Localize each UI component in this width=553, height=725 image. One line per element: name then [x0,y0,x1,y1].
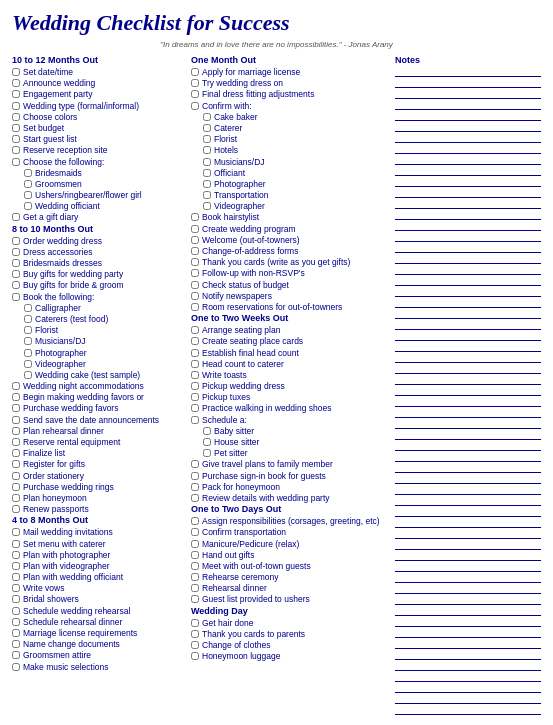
checklist-checkbox[interactable] [203,427,211,435]
checklist-checkbox[interactable] [12,629,20,637]
checklist-checkbox[interactable] [12,651,20,659]
checklist-checkbox[interactable] [191,494,199,502]
checklist-checkbox[interactable] [12,528,20,536]
checklist-checkbox[interactable] [191,258,199,266]
checklist-checkbox[interactable] [12,248,20,256]
checklist-checkbox[interactable] [191,90,199,98]
checklist-checkbox[interactable] [12,460,20,468]
checklist-checkbox[interactable] [203,158,211,166]
checklist-checkbox[interactable] [12,213,20,221]
checklist-checkbox[interactable] [12,259,20,267]
checklist-checkbox[interactable] [12,607,20,615]
checklist-checkbox[interactable] [191,326,199,334]
checklist-checkbox[interactable] [24,360,32,368]
checklist-checkbox[interactable] [203,191,211,199]
checklist-checkbox[interactable] [12,449,20,457]
checklist-checkbox[interactable] [191,269,199,277]
checklist-checkbox[interactable] [12,562,20,570]
checklist-checkbox[interactable] [12,494,20,502]
checklist-checkbox[interactable] [12,584,20,592]
checklist-checkbox[interactable] [12,483,20,491]
checklist-checkbox[interactable] [191,292,199,300]
checklist-checkbox[interactable] [191,483,199,491]
checklist-checkbox[interactable] [191,349,199,357]
checklist-checkbox[interactable] [203,169,211,177]
checklist-checkbox[interactable] [191,584,199,592]
checklist-checkbox[interactable] [12,158,20,166]
checklist-checkbox[interactable] [191,619,199,627]
checklist-checkbox[interactable] [191,595,199,603]
checklist-checkbox[interactable] [191,641,199,649]
checklist-checkbox[interactable] [12,90,20,98]
checklist-checkbox[interactable] [12,505,20,513]
checklist-checkbox[interactable] [12,270,20,278]
checklist-checkbox[interactable] [191,630,199,638]
checklist-checkbox[interactable] [24,304,32,312]
checklist-checkbox[interactable] [12,540,20,548]
checklist-checkbox[interactable] [191,460,199,468]
checklist-checkbox[interactable] [12,438,20,446]
checklist-checkbox[interactable] [12,404,20,412]
checklist-checkbox[interactable] [24,169,32,177]
checklist-checkbox[interactable] [12,393,20,401]
checklist-checkbox[interactable] [191,404,199,412]
checklist-checkbox[interactable] [191,517,199,525]
checklist-checkbox[interactable] [191,337,199,345]
checklist-checkbox[interactable] [24,326,32,334]
checklist-checkbox[interactable] [12,382,20,390]
checklist-checkbox[interactable] [203,202,211,210]
checklist-checkbox[interactable] [191,371,199,379]
checklist-checkbox[interactable] [24,337,32,345]
checklist-checkbox[interactable] [12,663,20,671]
checklist-checkbox[interactable] [12,618,20,626]
checklist-checkbox[interactable] [191,562,199,570]
checklist-checkbox[interactable] [203,438,211,446]
checklist-checkbox[interactable] [191,472,199,480]
checklist-checkbox[interactable] [191,79,199,87]
checklist-checkbox[interactable] [191,225,199,233]
checklist-checkbox[interactable] [191,281,199,289]
checklist-checkbox[interactable] [24,349,32,357]
checklist-checkbox[interactable] [191,551,199,559]
checklist-checkbox[interactable] [191,540,199,548]
checklist-checkbox[interactable] [191,416,199,424]
checklist-checkbox[interactable] [12,293,20,301]
checklist-checkbox[interactable] [24,315,32,323]
checklist-checkbox[interactable] [191,393,199,401]
checklist-checkbox[interactable] [12,135,20,143]
checklist-checkbox[interactable] [12,551,20,559]
checklist-checkbox[interactable] [24,371,32,379]
checklist-checkbox[interactable] [12,427,20,435]
checklist-checkbox[interactable] [203,135,211,143]
checklist-checkbox[interactable] [203,449,211,457]
checklist-checkbox[interactable] [24,191,32,199]
checklist-checkbox[interactable] [12,68,20,76]
checklist-checkbox[interactable] [191,68,199,76]
checklist-checkbox[interactable] [24,202,32,210]
checklist-checkbox[interactable] [191,652,199,660]
checklist-checkbox[interactable] [12,113,20,121]
checklist-checkbox[interactable] [12,416,20,424]
checklist-checkbox[interactable] [191,360,199,368]
checklist-checkbox[interactable] [191,303,199,311]
checklist-checkbox[interactable] [12,146,20,154]
checklist-checkbox[interactable] [191,213,199,221]
checklist-checkbox[interactable] [203,113,211,121]
checklist-checkbox[interactable] [191,573,199,581]
checklist-checkbox[interactable] [24,180,32,188]
checklist-checkbox[interactable] [203,124,211,132]
checklist-checkbox[interactable] [12,102,20,110]
checklist-checkbox[interactable] [12,573,20,581]
checklist-checkbox[interactable] [191,247,199,255]
checklist-checkbox[interactable] [191,382,199,390]
checklist-checkbox[interactable] [12,237,20,245]
checklist-checkbox[interactable] [12,79,20,87]
checklist-checkbox[interactable] [12,124,20,132]
checklist-checkbox[interactable] [203,180,211,188]
checklist-checkbox[interactable] [191,528,199,536]
checklist-checkbox[interactable] [12,640,20,648]
checklist-checkbox[interactable] [203,146,211,154]
checklist-checkbox[interactable] [191,236,199,244]
checklist-checkbox[interactable] [12,595,20,603]
checklist-checkbox[interactable] [12,472,20,480]
